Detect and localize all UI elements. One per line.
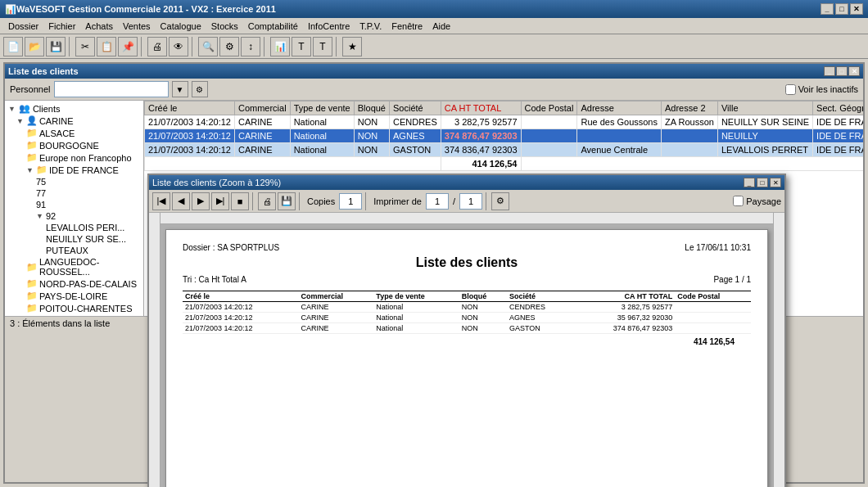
personnel-input[interactable] (54, 81, 169, 97)
col-adresse[interactable]: Adresse (577, 101, 662, 115)
col-bloque[interactable]: Bloqué (354, 101, 389, 115)
menu-aide[interactable]: Aide (427, 20, 455, 32)
preview-minimize[interactable]: _ (744, 178, 755, 187)
table-row[interactable]: 21/07/2003 14:20:12 CARINE National NON … (145, 143, 864, 157)
tb-new[interactable]: 📄 (3, 37, 23, 56)
menu-achats[interactable]: Achats (80, 20, 118, 32)
minimize-button[interactable]: _ (821, 3, 834, 15)
prev-sep1 (252, 192, 255, 210)
col-type-vente[interactable]: Type de vente (290, 101, 354, 115)
col-ca-ht[interactable]: CA HT TOTAL (441, 101, 521, 115)
tree-item-75[interactable]: 75 (7, 176, 142, 187)
tree-item-bourgogne[interactable]: 📁 BOURGOGNE (7, 139, 142, 151)
tree-item-poitou[interactable]: 📁 POITOU-CHARENTES (7, 302, 142, 314)
table-row[interactable]: 21/07/2003 14:20:12 CARINE National NON … (145, 129, 864, 143)
tb-text[interactable]: T (292, 37, 311, 56)
menu-dossier[interactable]: Dossier (3, 20, 43, 32)
report-cell-bloque: NON (459, 313, 507, 323)
close-button[interactable]: ✕ (850, 3, 863, 15)
menu-catalogue[interactable]: Catalogue (156, 20, 206, 32)
tb-sort[interactable]: ↕ (241, 37, 260, 56)
paysage-container: Paysage (733, 196, 781, 206)
tb-search[interactable]: 🔍 (198, 37, 218, 56)
tb-open[interactable]: 📂 (25, 37, 44, 56)
voir-inactifs-checkbox[interactable] (785, 84, 796, 95)
col-societe[interactable]: Société (390, 101, 441, 115)
menu-stocks[interactable]: Stocks (206, 20, 243, 32)
menu-comptabilite[interactable]: Comptabilité (243, 20, 303, 32)
col-commercial[interactable]: Commercial (234, 101, 290, 115)
tree-item-puteaux[interactable]: PUTEAUX (7, 245, 142, 256)
tree-item-pays[interactable]: 📁 PAYS-DE-LOIRE (7, 290, 142, 302)
cw-minimize[interactable]: _ (824, 66, 835, 76)
menu-tpv[interactable]: T.P.V. (355, 20, 387, 32)
personnel-bar: Personnel ▼ ⚙ Voir les inactifs (5, 79, 863, 101)
prev-save[interactable]: 💾 (278, 192, 296, 210)
tree-item-nord[interactable]: 📁 NORD-PAS-DE-CALAIS (7, 277, 142, 290)
tb-paste[interactable]: 📌 (118, 37, 138, 56)
prev-play[interactable]: ▶ (192, 192, 210, 210)
prev-sybase[interactable]: ⚙ (491, 192, 509, 210)
preview-title-text: Liste des clients (Zoom à 129%) (152, 178, 744, 187)
tb-text2[interactable]: T (313, 37, 332, 56)
copies-label: Copies (305, 196, 337, 206)
menu-infocentre[interactable]: InfoCentre (303, 20, 355, 32)
voir-inactifs-container: Voir les inactifs (785, 84, 858, 95)
tree-idf-icon: 📁 (36, 165, 47, 175)
tree-languedoc-label: LANGUEDOC-ROUSSEL... (39, 257, 140, 277)
table-row[interactable]: 21/07/2003 14:20:12 CARINE National NON … (145, 115, 864, 129)
prev-stop[interactable]: ■ (231, 192, 249, 210)
menu-fenetre[interactable]: Fenêtre (387, 20, 427, 32)
page-from-input[interactable] (426, 193, 449, 210)
tree-carine-label: CARINE (39, 116, 74, 126)
preview-close[interactable]: ✕ (770, 178, 781, 187)
tb-chart[interactable]: 📊 (270, 37, 290, 56)
tree-item-neuilly[interactable]: NEUILLY SUR SE... (7, 233, 142, 245)
cw-close[interactable]: ✕ (848, 66, 860, 76)
preview-maximize[interactable]: □ (757, 178, 768, 187)
tree-item-carine[interactable]: ▼ 👤 CARINE (7, 115, 142, 127)
preview-window-controls: _ □ ✕ (744, 178, 781, 187)
personnel-dropdown-btn[interactable]: ▼ (172, 81, 188, 97)
tree-item-92[interactable]: ▼ 92 (7, 210, 142, 222)
col-ville[interactable]: Ville (717, 101, 812, 115)
tb-save[interactable]: 💾 (46, 37, 66, 56)
tree-item-languedoc[interactable]: 📁 LANGUEDOC-ROUSSEL... (7, 256, 142, 277)
maximize-button[interactable]: □ (835, 3, 848, 15)
tree-item-alsace[interactable]: 📁 ALSACE (7, 127, 142, 139)
cell-adresse: Rue des Goussons (577, 115, 662, 129)
prev-print[interactable]: 🖨 (258, 192, 276, 210)
prev-back[interactable]: ◀ (172, 192, 190, 210)
page-to-input[interactable] (459, 193, 482, 210)
paysage-checkbox[interactable] (733, 196, 744, 206)
tree-root-expand: ▼ (8, 105, 16, 113)
tb-print[interactable]: 🖨 (147, 37, 167, 56)
tb-extra[interactable]: ★ (342, 37, 362, 56)
col-sect-geo[interactable]: Sect. Géographique (813, 101, 863, 115)
personnel-action-btn[interactable]: ⚙ (192, 81, 208, 97)
col-code-postal[interactable]: Code Postal (521, 101, 577, 115)
tree-item-levallois[interactable]: LEVALLOIS PERI... (7, 222, 142, 233)
col-adresse2[interactable]: Adresse 2 (662, 101, 718, 115)
tree-puteaux-label: PUTEAUX (46, 246, 88, 255)
tree-item-91[interactable]: 91 (7, 199, 142, 210)
of-label: / (450, 196, 458, 206)
cell-adresse (577, 129, 662, 143)
tb-copy[interactable]: 📋 (97, 37, 116, 56)
tree-item-77[interactable]: 77 (7, 187, 142, 199)
tree-poitou-label: POITOU-CHARENTES (39, 304, 132, 313)
prev-end[interactable]: ▶| (211, 192, 229, 210)
tree-item-europe[interactable]: 📁 Europe non Francopho (7, 151, 142, 164)
col-cree-le[interactable]: Créé le (145, 101, 235, 115)
menu-ventes[interactable]: Ventes (118, 20, 156, 32)
cell-sect-geo: IDE DE FRANCE (813, 129, 863, 143)
tree-item-idf[interactable]: ▼ 📁 IDE DE FRANCE (7, 164, 142, 176)
tb-cut[interactable]: ✂ (75, 37, 95, 56)
prev-home[interactable]: |◀ (152, 192, 170, 210)
tree-root-clients[interactable]: ▼ 👥 Clients (7, 102, 142, 115)
tb-preview[interactable]: 👁 (169, 37, 188, 56)
menu-fichier[interactable]: Fichier (43, 20, 80, 32)
cw-maximize[interactable]: □ (836, 66, 848, 76)
tb-filter[interactable]: ⚙ (219, 37, 239, 56)
copies-input[interactable] (339, 193, 362, 210)
